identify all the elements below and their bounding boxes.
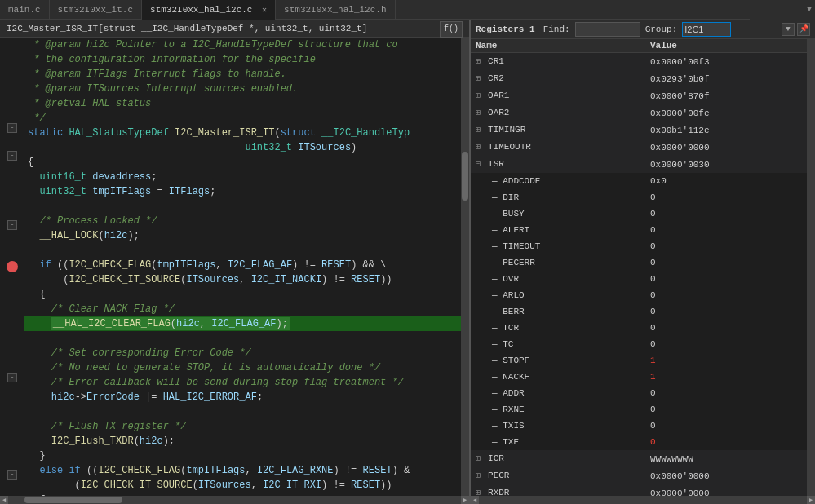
code-line: [24, 243, 461, 258]
table-row[interactable]: — ADDR0: [471, 385, 807, 401]
table-row[interactable]: ⊟ ISR0x0000'0030: [471, 156, 807, 173]
code-line: [24, 331, 461, 346]
reg-value-cell: 0x0000'00f3: [645, 53, 807, 71]
scroll-thumb[interactable]: [462, 152, 468, 201]
tab-main-c[interactable]: main.c: [0, 0, 50, 20]
gutter-breakpoint[interactable]: [0, 260, 24, 274]
reg-value-text: 0x0000'0000: [650, 489, 710, 497]
gutter-item: [0, 343, 24, 357]
table-row[interactable]: — OVR0: [471, 271, 807, 287]
scroll-left-arrow[interactable]: ◀: [0, 496, 8, 504]
table-row[interactable]: ⊞ TIMEOUTR0x0000'0000: [471, 139, 807, 156]
table-row[interactable]: — BUSY0: [471, 206, 807, 222]
code-line: /* Clear NACK Flag */: [24, 302, 461, 316]
code-line: uint16_t devaddress;: [24, 170, 461, 184]
find-input[interactable]: [575, 22, 640, 37]
expand-icon[interactable]: ⊞: [476, 57, 485, 66]
group-input[interactable]: [682, 22, 731, 37]
table-row[interactable]: — TXE0: [471, 434, 807, 450]
tab-stm32i0xx-it-c[interactable]: stm32I0xx_it.c: [50, 0, 142, 20]
reg-name-text: RXDR: [488, 488, 509, 496]
table-row[interactable]: ⊞ CR10x0000'00f3: [471, 53, 807, 71]
vertical-scrollbar[interactable]: [461, 38, 469, 496]
function-btn[interactable]: f(): [440, 21, 463, 38]
table-row[interactable]: — TCR0: [471, 320, 807, 336]
table-row[interactable]: ⊞ ICRWWWWWWWW: [471, 450, 807, 467]
reg-horizontal-scrollbar[interactable]: ◀ ▶: [471, 496, 815, 504]
gutter-expand-5[interactable]: -: [0, 468, 24, 482]
group-label: Group:: [645, 24, 678, 34]
reg-name-text: CR2: [488, 73, 504, 83]
reg-name-cell: — PECERR: [471, 254, 645, 271]
reg-value-cell: 0x0000'0000: [645, 139, 807, 156]
table-row[interactable]: ⊞ RXDR0x0000'0000: [471, 484, 807, 496]
gutter-expand-1[interactable]: -: [0, 121, 24, 135]
table-row[interactable]: — RXNE0: [471, 401, 807, 418]
table-row[interactable]: — DIR0: [471, 189, 807, 206]
gutter-item: [0, 274, 24, 288]
expand-icon[interactable]: ⊞: [476, 489, 485, 496]
gutter-item: [0, 357, 24, 371]
table-row[interactable]: — BERR0: [471, 303, 807, 320]
pin-button[interactable]: 📌: [797, 23, 810, 36]
code-line: hi2c->ErrorCode |= HAL_I2C_ERROR_AF;: [24, 390, 461, 405]
expand-icon[interactable]: ⊞: [476, 143, 485, 152]
gutter-item: [0, 413, 24, 427]
tab-dropdown-arrow[interactable]: ▼: [807, 5, 812, 14]
expand-icon[interactable]: ⊞: [476, 471, 485, 480]
reg-name-text: PECR: [488, 471, 509, 480]
code-line: /* No need to generate STOP, it is autom…: [24, 360, 461, 375]
registers-header: Registers 1 Find: Group: ▼ 📌: [471, 20, 815, 39]
horizontal-scrollbar[interactable]: ◀ ▶: [0, 496, 469, 504]
reg-scroll-right-arrow[interactable]: ▶: [807, 496, 815, 504]
gutter-item: [0, 190, 24, 204]
gutter-item: [0, 135, 24, 148]
table-row[interactable]: — TXIS0: [471, 418, 807, 434]
gutter-expand-4[interactable]: -: [0, 371, 24, 385]
table-row[interactable]: — NACKF1: [471, 369, 807, 385]
expand-icon[interactable]: ⊞: [476, 74, 485, 83]
table-row[interactable]: — TC0: [471, 336, 807, 352]
reg-name-text: TXIS: [503, 421, 524, 431]
gutter-expand-2[interactable]: -: [0, 148, 24, 162]
table-row[interactable]: ⊞ OAR10x0000'870f: [471, 87, 807, 104]
minimize-button[interactable]: ▼: [782, 23, 795, 36]
reg-value-cell: 0: [645, 320, 807, 336]
code-line: if ((I2C_CHECK_FLAG(tmpITFlags, I2C_FLAG…: [24, 258, 461, 272]
reg-value-cell: 0: [645, 336, 807, 352]
table-row[interactable]: — ARLO0: [471, 287, 807, 303]
scroll-right-arrow[interactable]: ▶: [461, 496, 469, 504]
table-row[interactable]: — ALERT0: [471, 222, 807, 238]
tab-stm32i0xx-hal-i2c-h[interactable]: stm32I0xx_hal_i2c.h: [276, 0, 395, 20]
reg-name-cell: — DIR: [471, 189, 645, 206]
expand-icon[interactable]: ⊞: [476, 126, 485, 135]
expand-icon[interactable]: ⊞: [476, 108, 485, 117]
table-row[interactable]: ⊞ TIMINGR0x00b1'112e: [471, 122, 807, 139]
collapse-icon[interactable]: ⊟: [476, 160, 485, 169]
h-scroll-thumb[interactable]: [24, 497, 122, 503]
expand-icon[interactable]: ⊞: [476, 454, 485, 463]
table-row[interactable]: — PECERR0: [471, 254, 807, 271]
reg-value-text: 1: [650, 372, 656, 382]
table-row[interactable]: — ADDCODE0x0: [471, 173, 807, 189]
reg-name-cell: — OVR: [471, 271, 645, 287]
tab-close-icon[interactable]: ✕: [262, 6, 267, 15]
gutter-expand-3[interactable]: -: [0, 218, 24, 232]
tab-stm32i0xx-hal-i2c-c[interactable]: stm32I0xx_hal_i2c.c ✕: [142, 0, 276, 20]
table-row[interactable]: ⊞ OAR20x0000'00fe: [471, 104, 807, 122]
table-row[interactable]: — STOPF1: [471, 352, 807, 369]
code-line: {: [24, 493, 461, 496]
reg-value-text: 1: [650, 356, 656, 365]
expand-icon[interactable]: ⊞: [476, 91, 485, 100]
table-row[interactable]: ⊞ CR20x0293'0b0f: [471, 70, 807, 87]
reg-name-text: ALERT: [503, 225, 529, 235]
table-row[interactable]: — TIMEOUT0: [471, 238, 807, 254]
reg-value-cell: 0: [645, 418, 807, 434]
gutter-item: [0, 107, 24, 121]
gutter-item: [0, 329, 24, 343]
code-line: (I2C_CHECK_IT_SOURCE(ITSources, I2C_IT_N…: [24, 272, 461, 287]
reg-value-cell: 0: [645, 271, 807, 287]
reg-scroll-left-arrow[interactable]: ◀: [471, 496, 479, 504]
table-row[interactable]: ⊞ PECR0x0000'0000: [471, 467, 807, 484]
reg-right-scroll[interactable]: [807, 39, 815, 496]
